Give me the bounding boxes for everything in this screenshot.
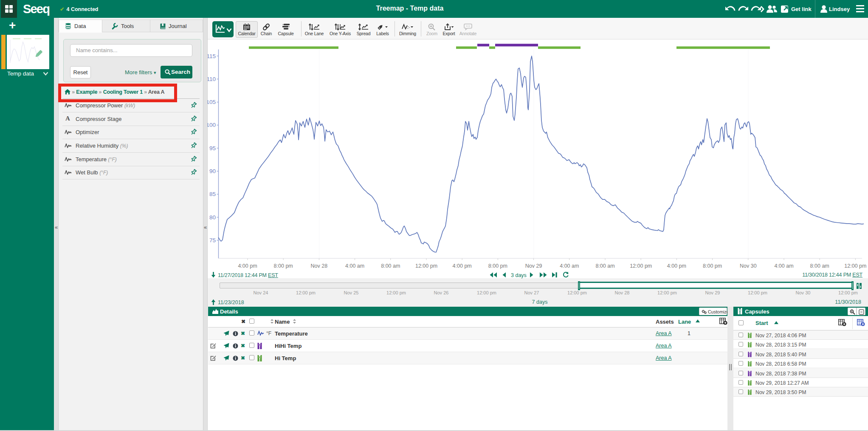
svg-text:8:00 am: 8:00 am [595, 263, 614, 269]
svg-text:12:00 pm: 12:00 pm [844, 263, 866, 269]
svg-text:12:00 pm: 12:00 pm [630, 263, 652, 269]
svg-text:95: 95 [209, 145, 216, 151]
svg-text:8:00 pm: 8:00 pm [703, 263, 722, 269]
svg-text:4:00 pm: 4:00 pm [667, 263, 686, 269]
svg-text:12:00 pm: 12:00 pm [415, 263, 437, 269]
svg-text:80: 80 [209, 214, 216, 221]
svg-text:115: 115 [208, 53, 216, 59]
svg-text:4:00 am: 4:00 am [774, 263, 793, 269]
svg-text:110: 110 [208, 76, 216, 82]
svg-text:100: 100 [208, 122, 216, 128]
svg-text:85: 85 [209, 191, 216, 197]
svg-text:75: 75 [209, 237, 216, 243]
svg-text:4:00 am: 4:00 am [560, 263, 579, 269]
svg-text:90: 90 [209, 168, 216, 174]
svg-text:Nov 29: Nov 29 [525, 263, 542, 269]
svg-text:4:00 pm: 4:00 pm [453, 263, 472, 269]
svg-text:Nov 28: Nov 28 [311, 263, 328, 269]
svg-text:8:00 pm: 8:00 pm [274, 263, 293, 269]
svg-text:105: 105 [208, 99, 216, 105]
svg-text:4:00 pm: 4:00 pm [238, 263, 257, 269]
svg-text:8:00 am: 8:00 am [381, 263, 400, 269]
svg-text:4:00 am: 4:00 am [345, 263, 364, 269]
svg-text:8:00 pm: 8:00 pm [488, 263, 507, 269]
svg-text:8:00 am: 8:00 am [810, 263, 829, 269]
svg-text:Nov 30: Nov 30 [740, 263, 757, 269]
